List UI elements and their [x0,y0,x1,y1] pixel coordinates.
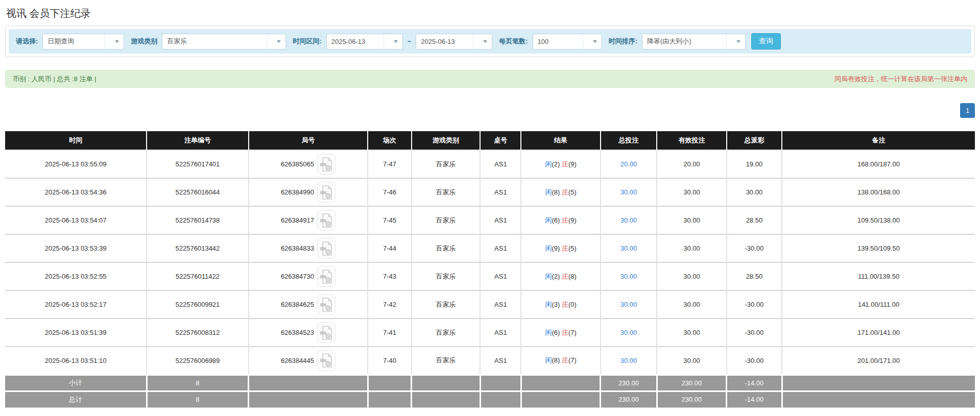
table-number: AS1 [480,290,521,319]
total-bet-link[interactable]: 30.00 [620,188,637,196]
table-number: AS1 [480,206,521,234]
result-cell: 闲(6) 庄(9) [521,206,601,234]
column-header: 场次 [368,131,411,150]
game-type-select[interactable]: 百家乐 [162,34,286,50]
banker-result-label: 庄 [562,273,568,280]
betting-records-table: 时间注单编号局号场次游戏类别桌号结果总投注有效投注总派彩备注 2025-06-1… [5,131,975,408]
player-result-score: (2) [552,273,560,280]
bet-time: 2025-06-13 03:52:17 [5,290,147,319]
total-bet-link[interactable]: 20.00 [620,160,637,168]
payout: 28.50 [727,262,782,290]
caret-down-icon [726,34,740,49]
game-type: 百家乐 [412,290,481,319]
payout: -30.00 [727,234,782,262]
video-replay-button[interactable] [317,350,336,371]
footer-valid-bet: 230.00 [657,375,727,391]
total-bet-link[interactable]: 30.00 [620,216,637,224]
banker-result-score: (7) [568,356,577,364]
footer-count: 8 [147,375,248,391]
result-cell: 闲(2) 庄(8) [521,262,601,290]
valid-bet: 20.00 [657,150,727,178]
player-result-label: 闲 [545,244,552,252]
query-type-select[interactable]: 日期查询 [42,34,124,50]
date-from-input[interactable]: 2025-06-13 [326,34,403,50]
video-replay-button[interactable] [317,322,336,343]
game-type-value: 百家乐 [167,37,262,46]
banker-result-score: (9) [568,216,577,224]
video-replay-button[interactable] [317,182,336,203]
round-id: 626384445 [281,357,314,364]
bet-time: 2025-06-13 03:53:39 [5,234,147,262]
table-number: AS1 [480,234,521,262]
bet-id: 522576013442 [147,234,248,262]
footer-total-bet: 230.00 [601,375,657,391]
bet-time: 2025-06-13 03:55:09 [5,150,147,178]
bet-id: 522576014738 [147,206,248,234]
subtotal-row: 小计8230.00230.00-14.00 [5,375,975,391]
bet-time: 2025-06-13 03:54:36 [5,178,147,206]
result-cell: 闲(6) 庄(7) [521,319,601,347]
video-file-icon [320,241,333,256]
banker-result-label: 庄 [562,356,568,364]
column-header: 注单编号 [147,131,248,150]
video-replay-button[interactable] [317,210,336,231]
column-header: 游戏类别 [412,131,481,150]
remark: 168.00/187.00 [782,150,975,178]
total-bet-link[interactable]: 30.00 [620,273,637,280]
round-cell: 626384445 [249,347,368,375]
date-to-input[interactable]: 2025-06-13 [416,34,492,50]
sort-order-select[interactable]: 降幂(由大到小) [642,34,746,50]
total-bet-link[interactable]: 30.00 [620,329,637,336]
remark: 201.00/171.00 [782,347,975,375]
session: 7-47 [368,150,411,178]
player-result-label: 闲 [545,273,552,280]
game-type: 百家乐 [412,178,481,206]
round-cell: 626385065 [249,150,368,178]
filter-bar: 请选择: 日期查询 游戏类别 百家乐 时间区间: 2025-06-13 ~ 20… [9,29,971,54]
page-size-select[interactable]: 100 [533,34,602,50]
query-type-value: 日期查询 [47,37,101,46]
total-bet-link[interactable]: 30.00 [620,357,637,364]
total-bet-link[interactable]: 30.00 [620,244,637,252]
footer-empty [249,375,368,391]
footer-empty [782,391,975,407]
caret-down-icon [583,34,597,49]
column-header: 时间 [5,131,147,150]
round-cell: 626384990 [249,178,368,206]
remark: 141.00/111.00 [782,290,975,319]
column-header: 结果 [521,131,601,150]
result-cell: 闲(8) 庄(7) [521,347,601,375]
table-header: 时间注单编号局号场次游戏类别桌号结果总投注有效投注总派彩备注 [5,131,975,150]
video-replay-button[interactable] [317,294,336,315]
sort-order-label: 时间排序: [609,37,637,46]
bet-id: 522576016044 [147,178,248,206]
query-button[interactable]: 查询 [751,33,781,50]
video-replay-button[interactable] [317,238,336,259]
page-1-button[interactable]: 1 [960,103,975,118]
remark: 171.00/141.00 [782,319,975,347]
footer-empty [782,375,975,391]
valid-bet: 30.00 [657,234,727,262]
footer-empty [249,391,368,407]
video-replay-button[interactable] [317,154,336,175]
page-size-value: 100 [538,38,579,45]
session: 7-42 [368,290,411,319]
footer-label: 总计 [5,391,147,407]
round-id: 626384833 [281,244,314,252]
sort-order-value: 降幂(由大到小) [647,37,722,46]
bet-time: 2025-06-13 03:54:07 [5,206,147,234]
bet-id: 522576017401 [147,150,248,178]
video-replay-button[interactable] [317,266,336,287]
banker-result-score: (5) [568,188,577,196]
banker-result-score: (7) [568,329,577,336]
footer-valid-bet: 230.00 [657,391,727,407]
game-type-label: 游戏类别 [131,37,157,46]
total-bet-link[interactable]: 30.00 [620,301,637,308]
player-result-score: (9) [552,244,560,252]
payout: -30.00 [727,347,782,375]
footer-payout: -14.00 [727,375,782,391]
page-size-label: 每页笔数: [499,37,528,46]
session: 7-43 [368,262,411,290]
player-result-score: (3) [552,301,560,308]
banker-result-label: 庄 [562,244,568,252]
